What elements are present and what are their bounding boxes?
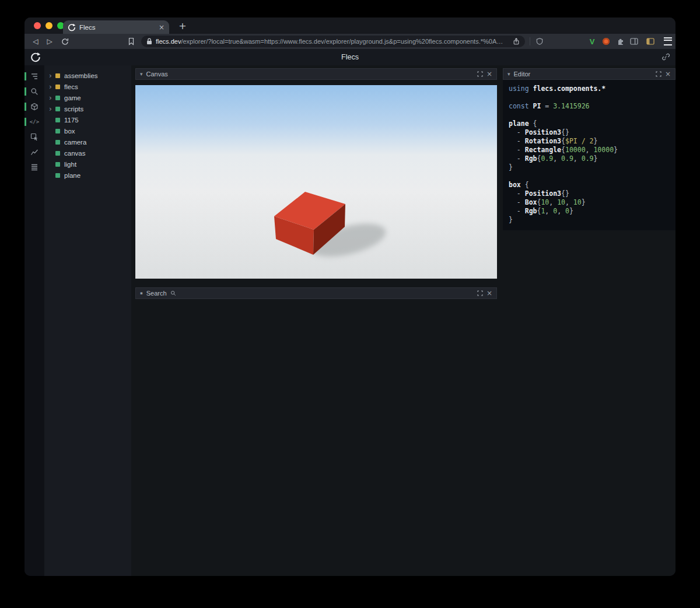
chart-icon (30, 148, 38, 156)
rows-icon (30, 163, 38, 171)
sidebar-item-queries[interactable] (24, 160, 44, 175)
tree-item-label: canvas (64, 150, 85, 157)
forward-button[interactable]: ▷ (43, 34, 56, 49)
tree-item-camera[interactable]: camera (44, 136, 131, 147)
tree-item-label: assemblies (64, 72, 98, 79)
reading-list-panel-icon[interactable] (644, 34, 657, 49)
editor-code[interactable]: using flecs.components.* const PI = 3.14… (509, 85, 670, 224)
code-icon: </> (30, 119, 39, 125)
tab-strip: Flecs × + (24, 17, 676, 34)
minimize-window-button[interactable] (46, 22, 52, 29)
search-magnifier-icon (170, 290, 176, 296)
url-path: /explorer/?local=true&wasm=https://www.f… (181, 38, 503, 45)
tree-item-1175[interactable]: 1175 (44, 114, 131, 125)
vimium-label: V (590, 37, 595, 46)
browser-toolbar: ◁ ▷ flecs.dev/explorer/?local=true&wasm=… (24, 34, 676, 49)
browser-tab[interactable]: Flecs × (63, 20, 169, 34)
expand-arrow-icon[interactable]: › (49, 106, 55, 113)
tree-item-label: scripts (64, 106, 83, 113)
tree-item-label: box (64, 128, 75, 135)
expand-panel-icon[interactable] (656, 71, 662, 77)
expand-arrow-icon[interactable]: › (49, 83, 55, 90)
vimium-extension-icon[interactable]: V (586, 34, 598, 49)
entity-color-swatch (55, 162, 60, 167)
tree-icon (30, 72, 38, 80)
entity-color-swatch (55, 85, 60, 89)
menu-icon[interactable] (662, 34, 674, 49)
tree-item-assemblies[interactable]: › assemblies (44, 70, 131, 81)
entity-color-swatch (55, 129, 60, 133)
browser-window: Flecs × + ◁ ▷ flecs.dev/explorer/?local=… (24, 17, 676, 576)
tree-item-game[interactable]: › game (44, 92, 131, 103)
chevron-down-icon[interactable]: ▾ (140, 72, 143, 77)
new-tab-button[interactable]: + (176, 19, 189, 33)
tree-item-label: flecs (64, 83, 78, 90)
reload-button[interactable] (58, 34, 71, 49)
tab-title: Flecs (79, 24, 155, 31)
tool-sidebar: </> (24, 65, 44, 576)
share-icon[interactable] (513, 37, 520, 45)
expand-panel-icon[interactable] (477, 290, 483, 296)
tree-item-box[interactable]: box (44, 125, 131, 136)
entity-color-swatch (55, 151, 60, 156)
search-icon (30, 87, 38, 96)
expand-arrow-icon[interactable]: › (49, 72, 55, 79)
tree-item-light[interactable]: light (44, 159, 131, 170)
back-button[interactable]: ◁ (29, 34, 42, 49)
shield-icon[interactable] (533, 34, 546, 49)
search-panel-header: ▪ Search × (135, 287, 497, 299)
url-text: flecs.dev/explorer/?local=true&wasm=http… (156, 38, 509, 45)
app-header: Flecs (24, 49, 676, 66)
tree-item-plane[interactable]: plane (44, 170, 131, 181)
tree-item-label: 1175 (64, 117, 79, 124)
chevron-down-icon[interactable]: ▾ (508, 72, 510, 77)
extension-orange-icon[interactable] (600, 34, 612, 49)
close-panel-icon[interactable]: × (487, 71, 492, 78)
lock-icon (146, 38, 152, 45)
tree-item-label: plane (64, 172, 80, 179)
entity-color-swatch (55, 140, 60, 145)
sidebar-panel-icon[interactable] (628, 34, 640, 49)
tree-item-label: light (64, 161, 76, 168)
sidebar-item-search[interactable] (24, 84, 44, 99)
main-content: ▾ Canvas × (131, 65, 676, 576)
canvas-viewport[interactable] (135, 85, 497, 279)
entity-color-swatch (55, 73, 60, 78)
entity-color-swatch (55, 118, 60, 122)
close-window-button[interactable] (34, 22, 41, 29)
close-panel-icon[interactable]: × (665, 71, 671, 78)
editor-panel-title: Editor (514, 71, 531, 78)
editor-body: using flecs.components.* const PI = 3.14… (503, 80, 676, 230)
tree-item-label: camera (64, 139, 86, 146)
tree-item-canvas[interactable]: canvas (44, 147, 131, 159)
tree-item-flecs[interactable]: › flecs (44, 81, 131, 92)
tree-item-label: game (64, 94, 81, 101)
3d-scene[interactable] (135, 85, 497, 279)
close-tab-icon[interactable]: × (159, 23, 164, 31)
editor-panel-header: ▾ Editor × (503, 68, 676, 80)
sidebar-item-tree[interactable] (24, 69, 44, 84)
entity-color-swatch (55, 173, 60, 178)
sidebar-item-stats[interactable] (24, 145, 44, 160)
share-link-icon[interactable] (662, 53, 670, 61)
sidebar-item-inspector[interactable] (24, 129, 44, 145)
sidebar-item-entities[interactable] (24, 99, 44, 114)
search-panel-title: Search (146, 290, 167, 297)
cube-icon (30, 103, 38, 111)
tree-item-scripts[interactable]: › scripts (44, 103, 131, 114)
collapsed-bullet-icon[interactable]: ▪ (140, 291, 143, 296)
url-host: flecs.dev (156, 38, 181, 45)
address-bar[interactable]: flecs.dev/explorer/?local=true&wasm=http… (141, 36, 525, 47)
expand-arrow-icon[interactable]: › (49, 94, 55, 101)
close-panel-icon[interactable]: × (487, 290, 492, 297)
inspector-icon (30, 133, 38, 141)
entity-tree: › assemblies › flecs › game › scripts 11… (44, 65, 131, 576)
canvas-panel-header: ▾ Canvas × (135, 68, 497, 80)
sidebar-item-editor[interactable]: </> (24, 114, 44, 129)
canvas-panel-title: Canvas (146, 71, 168, 78)
extensions-puzzle-icon[interactable] (614, 34, 626, 49)
bookmark-icon[interactable] (125, 34, 138, 49)
toolbar-divider (530, 37, 530, 45)
expand-panel-icon[interactable] (477, 71, 483, 77)
page-title: Flecs (24, 49, 676, 65)
